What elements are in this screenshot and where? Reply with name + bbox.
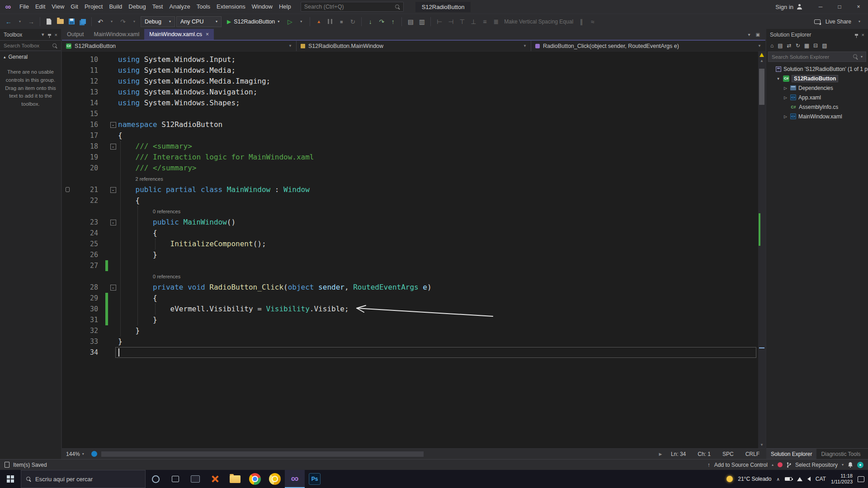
code-line[interactable]: 33}: [62, 336, 758, 347]
scroll-right-arrow[interactable]: ▶: [656, 452, 665, 456]
project-dropdown[interactable]: C# S12RadioButton ▼: [62, 41, 297, 51]
code-line[interactable]: 13using System.Windows.Navigation;: [62, 87, 758, 98]
codelens-references[interactable]: 0 references: [153, 206, 180, 217]
save-all-icon[interactable]: [78, 17, 88, 27]
nav-back-caret-icon[interactable]: ▾: [15, 17, 25, 27]
notification-badge[interactable]: [778, 462, 783, 467]
align-tops-icon[interactable]: ⊤: [457, 17, 467, 27]
fold-collapse-button[interactable]: -: [108, 119, 118, 130]
close-button[interactable]: ×: [849, 0, 868, 14]
vertical-scrollbar-thumb[interactable]: [759, 69, 764, 105]
pin-icon[interactable]: [855, 34, 858, 36]
code-line[interactable]: 24 {: [62, 228, 758, 239]
start-button[interactable]: [0, 470, 21, 488]
pause-icon[interactable]: [325, 17, 335, 27]
make-same-height-icon[interactable]: ≣: [491, 17, 501, 27]
code-line[interactable]: 30 eVermell.Visibility = Visibility.Visi…: [62, 304, 758, 314]
inheritance-margin-icon[interactable]: [66, 187, 70, 192]
home-icon[interactable]: ⌂: [770, 42, 774, 49]
action-center-icon[interactable]: [858, 476, 864, 482]
codelens-references[interactable]: 2 references: [136, 174, 163, 184]
menu-project[interactable]: Project: [81, 0, 106, 14]
pinned-app-icon[interactable]: [185, 470, 205, 488]
start-debugging-button[interactable]: ▶S12RadioButton▾: [223, 19, 283, 25]
start-without-debugging-icon[interactable]: ▷: [285, 17, 295, 27]
fold-collapse-button[interactable]: -: [108, 141, 118, 152]
increase-spacing-icon[interactable]: ≈: [588, 17, 598, 27]
tree-item-app-xaml[interactable]: ▷<>App.xaml: [766, 93, 868, 102]
code-line[interactable]: 26 }: [62, 249, 758, 260]
hot-reload-icon[interactable]: ▲: [314, 17, 324, 27]
tool-tab-solution-explorer[interactable]: Solution Explorer: [766, 449, 816, 459]
code-line[interactable]: 21- public partial class MainWindow : Wi…: [62, 184, 758, 195]
tree-item-s12radiobutton[interactable]: ▾C#S12RadioButton: [766, 74, 868, 83]
tab-mainwindow-xaml-cs[interactable]: MainWindow.xaml.cs×: [144, 29, 214, 40]
tree-item-mainwindow-xaml[interactable]: ▷<>MainWindow.xaml: [766, 112, 868, 121]
wifi-icon[interactable]: [797, 477, 802, 481]
zoom-control[interactable]: 144% ▾: [62, 451, 88, 457]
sync-with-active-document-icon[interactable]: ⇄: [787, 42, 792, 49]
code-line[interactable]: 11using System.Windows.Media;: [62, 65, 758, 76]
switch-views-icon[interactable]: ▤: [778, 42, 783, 49]
menu-debug[interactable]: Debug: [125, 0, 149, 14]
scroll-down-arrow[interactable]: ▼: [758, 442, 765, 448]
fold-collapse-button[interactable]: -: [108, 184, 118, 195]
code-line[interactable]: 32 }: [62, 325, 758, 336]
quick-search-box[interactable]: Search (Ctrl+Q): [301, 2, 404, 12]
language-indicator[interactable]: CAT: [816, 476, 826, 482]
align-right-edges-icon[interactable]: ⊣: [446, 17, 456, 27]
taskbar-search-input[interactable]: Escriu aquí per cercar: [21, 470, 146, 488]
step-out-icon[interactable]: ↑: [388, 17, 398, 27]
menu-file[interactable]: File: [16, 0, 32, 14]
code-line[interactable]: 29 {: [62, 293, 758, 304]
code-editor[interactable]: 10using System.Windows.Input;11using Sys…: [62, 52, 758, 448]
tree-item-dependencies[interactable]: ▷Dependencies: [766, 83, 868, 93]
undo-icon[interactable]: ↶: [95, 17, 105, 27]
menu-analyze[interactable]: Analyze: [166, 0, 193, 14]
column-indicator[interactable]: Ch: 1: [692, 451, 717, 457]
step-into-icon[interactable]: ↓: [365, 17, 375, 27]
code-line[interactable]: 16-namespace S12RadioButton: [62, 119, 758, 130]
pin-icon[interactable]: [48, 34, 51, 36]
horizontal-scrollbar[interactable]: [100, 449, 656, 459]
redo-caret-icon[interactable]: ▾: [129, 17, 139, 27]
menu-extensions[interactable]: Extensions: [213, 0, 249, 14]
code-line[interactable]: 25 InitializeComponent();: [62, 239, 758, 249]
photoshop-icon[interactable]: Ps: [305, 470, 325, 488]
codelens-row[interactable]: 2 references: [62, 174, 758, 184]
codelens-references[interactable]: 0 references: [153, 271, 180, 282]
type-dropdown[interactable]: S12RadioButton.MainWindow ▼: [297, 41, 531, 51]
warning-marker-icon[interactable]: [760, 53, 764, 57]
cortana-icon[interactable]: [146, 470, 165, 488]
active-files-dropdown-icon[interactable]: ▾: [748, 32, 750, 37]
decrease-spacing-icon[interactable]: ∥: [576, 17, 586, 27]
add-to-source-control-button[interactable]: Add to Source Control: [714, 462, 768, 468]
properties-icon[interactable]: ▧: [822, 42, 827, 49]
pinned-app-x-icon[interactable]: [205, 470, 225, 488]
close-icon[interactable]: ×: [862, 32, 864, 38]
line-indicator[interactable]: Ln: 34: [665, 451, 692, 457]
collapse-all-icon[interactable]: ⊟: [813, 42, 818, 49]
minimize-button[interactable]: ─: [811, 0, 830, 14]
toolbox-section-general[interactable]: ▴ General: [0, 51, 61, 63]
tab-mainwindow-xaml[interactable]: MainWindow.xaml: [89, 29, 145, 40]
code-line[interactable]: 12using System.Windows.Media.Imaging;: [62, 76, 758, 87]
configuration-dropdown[interactable]: Debug▾: [141, 16, 175, 27]
restart-icon[interactable]: ↻: [348, 17, 358, 27]
fold-collapse-button[interactable]: -: [108, 217, 118, 228]
tool-tab-diagnostic-tools[interactable]: Diagnostic Tools: [816, 449, 865, 459]
member-dropdown[interactable]: RadioButton_Click(object sender, RoutedE…: [531, 41, 765, 51]
feedback-badge[interactable]: [857, 462, 863, 468]
code-line[interactable]: 19 /// Interaction logic for MainWindow.…: [62, 152, 758, 163]
code-line[interactable]: 18- /// <summary>: [62, 141, 758, 152]
expander-icon[interactable]: ▷: [783, 95, 788, 100]
code-line[interactable]: 27: [62, 260, 758, 271]
menu-test[interactable]: Test: [149, 0, 166, 14]
find-in-files-icon[interactable]: ▤: [406, 17, 415, 27]
chevron-down-icon[interactable]: ▾: [42, 32, 44, 38]
close-tab-icon[interactable]: ×: [206, 31, 209, 38]
menu-help[interactable]: Help: [276, 0, 294, 14]
file-explorer-icon[interactable]: [225, 470, 245, 488]
clock[interactable]: 11:18 1/11/2023: [831, 473, 853, 485]
select-repository-button[interactable]: Select Repository: [795, 462, 838, 468]
